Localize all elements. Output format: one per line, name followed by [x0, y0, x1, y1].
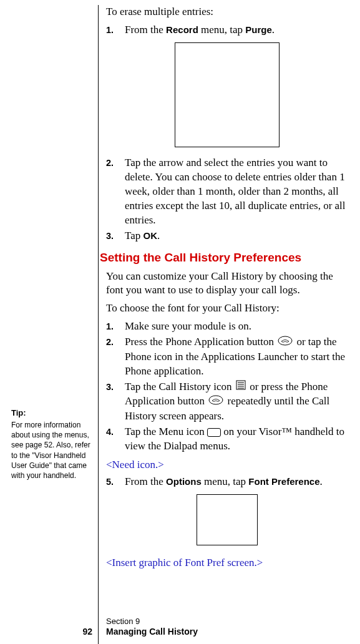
text: Press the Phone Application button — [125, 336, 276, 348]
phone-app-button-icon — [208, 395, 223, 409]
paragraph: To choose the font for your Call History… — [106, 301, 348, 316]
text: From the — [125, 476, 166, 487]
text: . — [320, 476, 323, 487]
step-item: 1. From the Record menu, tap Purge. — [106, 23, 348, 37]
step-body: Tap the Call History icon or press the P… — [125, 380, 348, 424]
action-name: Font Preference — [248, 476, 319, 487]
step-number: 1. — [106, 23, 125, 37]
phone-app-button-icon — [278, 336, 293, 350]
text: From the — [125, 24, 166, 36]
image-placeholder — [197, 494, 258, 545]
step-number: 4. — [106, 425, 125, 454]
text: . — [157, 230, 160, 242]
step-number: 3. — [106, 380, 125, 424]
intro-text: To erase multiple entries: — [106, 5, 348, 19]
steps-prefs-cont: 5. From the Options menu, tap Font Prefe… — [106, 475, 348, 489]
footer-section-label: Section 9 — [106, 617, 198, 627]
step-number: 2. — [106, 335, 125, 378]
menu-icon — [207, 428, 221, 437]
step-number: 2. — [106, 156, 125, 228]
text: menu, tap — [202, 476, 249, 487]
section-heading: Setting the Call History Preferences — [100, 251, 348, 265]
step-number: 5. — [106, 475, 125, 489]
editorial-note: <Need icon.> — [106, 459, 348, 471]
page-footer: 92 Section 9 Managing Call History — [0, 617, 360, 637]
action-name: Purge — [245, 24, 272, 35]
step-body: Tap the arrow and select the entries you… — [125, 156, 348, 228]
page-number: 92 — [0, 627, 99, 637]
svg-point-0 — [278, 336, 292, 345]
step-item: 2. Tap the arrow and select the entries … — [106, 156, 348, 228]
steps-erase: 1. From the Record menu, tap Purge. — [106, 23, 348, 37]
step-body: From the Record menu, tap Purge. — [125, 23, 348, 37]
text: Tap the Menu icon — [125, 426, 207, 437]
tip-heading: Tip: — [11, 408, 92, 417]
text: Tap the Call History icon — [125, 381, 235, 393]
step-item: 3. Tap the Call History icon or press th… — [106, 380, 348, 424]
text: menu, tap — [198, 24, 246, 36]
menu-name: Options — [166, 476, 202, 487]
step-item: 1. Make sure your module is on. — [106, 320, 348, 334]
step-body: Tap the Menu icon on your Visor™ handhel… — [125, 425, 348, 454]
text: Tap — [125, 230, 144, 242]
menu-name: Record — [166, 24, 198, 35]
step-item: 4. Tap the Menu icon on your Visor™ hand… — [106, 425, 348, 454]
step-item: 2. Press the Phone Application button or… — [106, 335, 348, 378]
step-body: From the Options menu, tap Font Preferen… — [125, 475, 348, 489]
action-name: OK — [144, 230, 158, 241]
step-body: Make sure your module is on. — [125, 320, 348, 334]
footer-title: Managing Call History — [106, 627, 198, 637]
editorial-note: <Insert graphic of Font Pref screen.> — [106, 557, 348, 569]
steps-erase-cont: 2. Tap the arrow and select the entries … — [106, 156, 348, 243]
step-body: Tap OK. — [125, 229, 348, 243]
tip-body: For more information about using the men… — [11, 420, 92, 481]
step-item: 3. Tap OK. — [106, 229, 348, 243]
step-item: 5. From the Options menu, tap Font Prefe… — [106, 475, 348, 489]
svg-point-6 — [209, 396, 223, 404]
tip-block: Tip: For more information about using th… — [11, 408, 92, 481]
step-number: 3. — [106, 229, 125, 243]
call-history-icon — [236, 380, 246, 394]
text: . — [272, 24, 275, 36]
step-number: 1. — [106, 320, 125, 334]
image-placeholder — [175, 42, 280, 147]
paragraph: You can customize your Call History by c… — [106, 270, 348, 298]
steps-prefs: 1. Make sure your module is on. 2. Press… — [106, 320, 348, 453]
step-body: Press the Phone Application button or ta… — [125, 335, 348, 378]
